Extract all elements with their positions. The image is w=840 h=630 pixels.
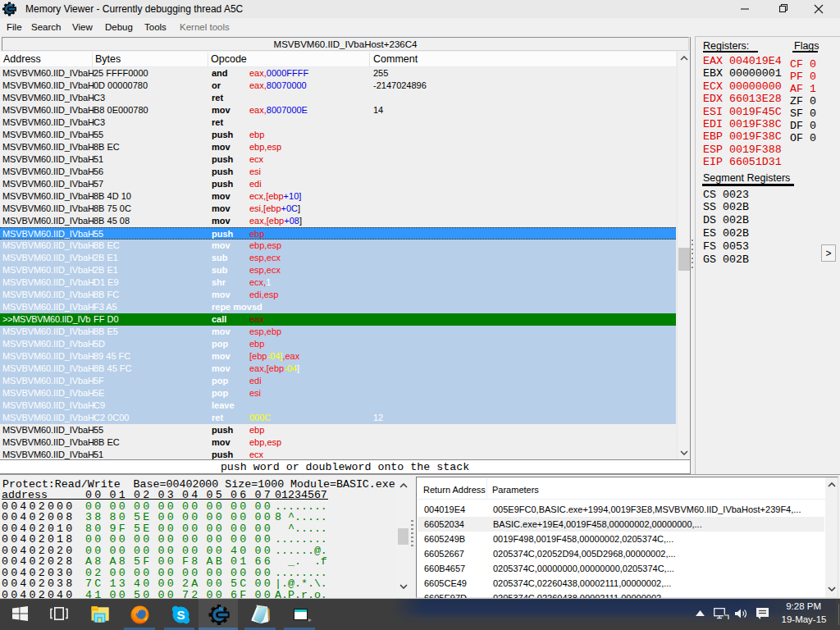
svg-text:S: S bbox=[176, 608, 185, 622]
